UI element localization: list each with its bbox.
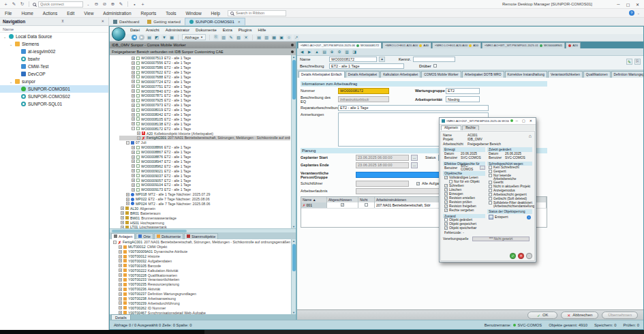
tree-item[interactable]: +Y00T00233Verantwortlichkeiten — [112, 277, 290, 282]
dialog-cancel-button[interactable]: ✕ — [518, 253, 524, 259]
connect-icon[interactable]: ⊕ — [110, 1, 116, 7]
detail-tab[interactable]: Arbeitspaket DOTB MRO — [462, 71, 504, 78]
nav-tree-item[interactable]: ⌄sunpor — [0, 78, 108, 85]
scroll-thumb[interactable] — [292, 60, 296, 100]
dialog-ok-button[interactable]: ✓ — [510, 253, 516, 259]
tree-item[interactable]: +WO00008105ET2 - alle 1 Tage — [119, 117, 290, 121]
nav-up-icon[interactable]: ▲ — [314, 49, 320, 55]
expander-icon[interactable]: + — [132, 66, 135, 70]
alle-aufgaben-checkbox[interactable]: ✓ — [416, 182, 420, 185]
schreibschutz-item[interactable]: Nur lesende Arbeitsbereiche — [487, 174, 532, 181]
tree-item[interactable]: +WO00009057ET2 - alle 1 Tage — [119, 178, 290, 183]
forward-icon[interactable]: ▶ — [139, 35, 144, 40]
checkbox[interactable]: ✓ — [444, 176, 448, 179]
comos-menu-ansicht[interactable]: Ansicht — [146, 28, 159, 32]
checkbox[interactable]: ✓ — [444, 222, 448, 226]
info-icon[interactable]: i — [527, 215, 531, 219]
kennz-field[interactable] — [413, 57, 455, 62]
new-document-icon[interactable]: ▤ — [256, 35, 262, 40]
objektrecht-item[interactable]: ✓Rechte vergeben — [443, 209, 485, 213]
expander-icon[interactable]: + — [119, 311, 122, 314]
tree-item[interactable]: +WO00009104ET2 - alle 1 Tage — [119, 183, 290, 187]
nav-tree-item[interactable]: ⌄Siemens — [0, 40, 108, 48]
tree-item[interactable]: +Y00T00235Ressourcenplanung — [112, 282, 290, 287]
expander-icon[interactable]: + — [119, 255, 122, 258]
expander-icon[interactable]: + — [121, 207, 124, 210]
nav-tree-item[interactable]: DevCOP — [0, 70, 108, 78]
tree-item[interactable]: +Y00T00262ID Nummer — [112, 305, 290, 310]
panel-menu-icon[interactable] — [291, 44, 294, 46]
detail-tab[interactable]: Verantwortlichkeiten — [548, 71, 583, 78]
checkbox[interactable] — [489, 189, 492, 192]
expander-icon[interactable]: + — [119, 250, 122, 254]
checkbox[interactable] — [489, 201, 492, 204]
expander-icon[interactable]: + — [132, 94, 135, 97]
tree-item[interactable]: +Y00T00467Synchronisationsdetail Web-Auf… — [112, 310, 290, 314]
schreibschutz-item[interactable]: Softdelete-Filter deaktiviert (Arbeitssc… — [487, 201, 532, 208]
object-tab[interactable]: «MRO.LO»E01.A20.A00A10 — [432, 42, 481, 48]
checkbox[interactable] — [449, 180, 453, 183]
disconnect-icon[interactable]: ⊖ — [93, 1, 99, 7]
dialog-apply-button[interactable] — [526, 253, 532, 259]
object-tab[interactable]: A20 — [566, 42, 581, 48]
expander-icon[interactable]: + — [132, 113, 135, 117]
checkbox[interactable] — [489, 166, 492, 169]
column-header-abgeschlossen[interactable]: Abgeschlossen — [327, 197, 358, 202]
expand-caret-icon[interactable]: ⌄ — [9, 80, 13, 84]
expand-caret-icon[interactable]: ⌄ — [9, 42, 13, 46]
expander-icon[interactable]: + — [119, 245, 122, 249]
checkbox[interactable] — [489, 185, 492, 188]
expander-icon[interactable]: + — [132, 155, 135, 159]
expand-caret-icon[interactable]: ⌄ — [3, 35, 7, 39]
expander-icon[interactable]: + — [119, 306, 122, 309]
tab-allgemein[interactable]: Allgemein — [441, 125, 461, 130]
expander-icon[interactable]: + — [132, 117, 135, 121]
tree-item[interactable]: +Y00T00105Barcode — [112, 263, 290, 268]
tree-item[interactable]: −07Juli — [119, 140, 290, 145]
checkbox[interactable]: ✓ — [444, 192, 448, 196]
horizontal-scrollbar[interactable] — [110, 228, 296, 232]
refresh-icon[interactable]: ↻ — [19, 1, 25, 7]
tree-item[interactable]: −✗FertigAC001207.NA01 Betriebsbereitscha… — [112, 240, 290, 245]
detail-tab[interactable]: Details Arbeitspaket — [346, 71, 380, 78]
nummer-field[interactable]: WO00008172 — [338, 88, 389, 94]
doc-tab-dashboard[interactable]: Dashboard — [109, 18, 143, 25]
tree-item[interactable]: +Y00T00228Qualifikationsarten — [112, 273, 290, 277]
dialog-close-button[interactable]: ✕ — [528, 119, 534, 123]
pin-icon[interactable]: ◨ — [352, 49, 357, 55]
menu-item-edit[interactable]: Edit — [62, 11, 79, 16]
detail-tab[interactable]: Kalkulation Arbeitspaket — [380, 71, 420, 78]
menu-item-home[interactable]: Home — [16, 11, 37, 16]
expander-icon[interactable]: + — [132, 89, 135, 93]
expander-icon[interactable]: + — [119, 264, 122, 267]
ende-picker-button[interactable]: ... — [411, 162, 418, 168]
expander-icon[interactable]: + — [121, 216, 124, 219]
expander-icon[interactable]: + — [132, 146, 135, 149]
tree-item[interactable]: +MP018MT2 - alle 1 Tage Nächster: 2025.0… — [119, 192, 290, 197]
expander-icon[interactable]: + — [137, 136, 140, 140]
navigator-tab-anlagen[interactable]: Anlagen — [111, 233, 135, 239]
tree-item[interactable]: −WO00008172ET2 - alle 1 Tage — [119, 126, 290, 131]
tree-item[interactable]: +WO00008876ET2 - alle 1 Tage — [119, 155, 290, 160]
checkbox[interactable]: ✓ — [444, 204, 448, 208]
prioritaet-field[interactable]: Niedrig — [446, 96, 480, 102]
vertical-scrollbar[interactable]: ▲ ▼ — [291, 55, 296, 228]
comos-menu-datei[interactable]: Datei — [130, 28, 140, 32]
expander-icon[interactable]: + — [132, 160, 135, 163]
expander-icon[interactable]: + — [132, 188, 135, 192]
checkbox[interactable] — [489, 174, 492, 177]
expander-icon[interactable]: + — [119, 273, 122, 277]
tree-item[interactable]: +AL30Allgemein — [119, 206, 290, 211]
scroll-up-icon[interactable]: ▲ — [292, 239, 296, 243]
comos-menu-dokumente[interactable]: Dokumente — [196, 28, 217, 32]
comos-menu-plugins[interactable]: Plugins — [239, 28, 252, 32]
beschreibung-field[interactable]: ET2 - alle 1 Tage — [329, 63, 404, 69]
expander-icon[interactable]: + — [119, 283, 122, 286]
lock-icon[interactable]: ▪ — [132, 1, 138, 7]
checkbox[interactable] — [489, 193, 492, 196]
detail-tab[interactable]: Korrektive Instandhaltung — [505, 71, 547, 78]
checkbox[interactable]: ✓ — [444, 226, 448, 230]
close-button[interactable]: ✕ — [634, 1, 641, 7]
start-picker-button[interactable]: ... — [411, 155, 418, 161]
details-tab[interactable]: Details — [111, 314, 131, 320]
